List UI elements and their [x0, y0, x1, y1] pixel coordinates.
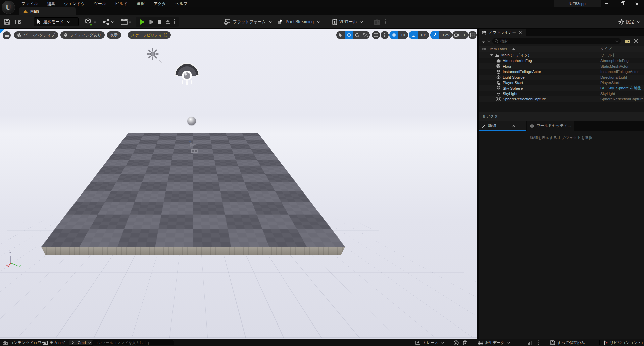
world-local-toggle[interactable] [372, 31, 380, 39]
stop-icon[interactable] [157, 20, 162, 24]
chevron-down-icon [637, 20, 640, 23]
grid-snap-toggle[interactable]: 10 [389, 31, 408, 39]
revision-control-dropdown[interactable]: リビジョンコントロール [603, 339, 644, 346]
move-tool-button[interactable] [345, 31, 353, 39]
close-window-button[interactable] [630, 0, 644, 7]
content-drawer-button[interactable]: コンテンツドロワー [3, 339, 45, 346]
create-folder-button[interactable] [625, 39, 630, 43]
column-divider[interactable] [599, 46, 599, 52]
grid-snap-value[interactable]: 10 [398, 33, 408, 37]
menu-select[interactable]: 選択 [137, 1, 145, 7]
cinematics-button[interactable] [121, 15, 131, 29]
play-options-icon[interactable] [174, 19, 175, 24]
outliner-row-skylight[interactable]: SkyLight SkyLight [479, 91, 644, 96]
menu-edit[interactable]: 編集 [47, 1, 55, 7]
perspective-dropdown[interactable]: パースペクティブ [14, 31, 58, 39]
save-button[interactable] [4, 15, 10, 29]
viewport-menu-button[interactable] [3, 31, 11, 39]
derived-data-dropdown[interactable]: 派生データ [478, 339, 510, 346]
sphere-reflection-capture-gizmo[interactable] [187, 117, 196, 125]
outliner-row-instanced-foliage[interactable]: InstancedFoliageActor InstancedFoliageAc… [479, 69, 644, 74]
snapshot-icon[interactable] [463, 339, 467, 346]
settings-dropdown[interactable]: 設定 [618, 15, 639, 29]
save-all-button[interactable]: すべて保存済み [550, 339, 585, 346]
menu-window[interactable]: ウィンドウ [64, 1, 85, 7]
visibility-eye-icon[interactable] [482, 47, 487, 51]
pixel-streaming-dropdown[interactable]: Pixel Streaming [278, 15, 319, 29]
scale-tool-button[interactable] [361, 31, 370, 39]
insights-status-icon[interactable] [454, 339, 459, 346]
restore-button[interactable] [615, 0, 629, 7]
vp-role-dropdown[interactable]: VPロール [332, 15, 363, 29]
outliner-search-input[interactable] [500, 39, 613, 43]
show-flags-dropdown[interactable]: 表示 [107, 31, 121, 39]
surface-snapping-button[interactable] [381, 31, 389, 39]
editor-mode-dropdown[interactable]: 選択モード [34, 17, 79, 26]
column-item-label[interactable]: Item Label [490, 47, 507, 51]
rotate-tool-button[interactable] [353, 31, 361, 39]
close-tab-icon[interactable] [512, 124, 515, 127]
media-capture-button[interactable] [373, 15, 381, 29]
level-viewport[interactable]: Z X Y パースペクティブ ライティングあり 表示 スケーラビリティ:低 [0, 29, 477, 339]
close-tab-icon[interactable] [519, 31, 522, 34]
outliner-row-player-start[interactable]: Player Start PlayerStart [479, 80, 644, 85]
toolbar-more-options[interactable] [385, 15, 386, 29]
outliner-row-light-source[interactable]: Light Source DirectionalLight [479, 75, 644, 80]
content-browser-button[interactable] [15, 15, 22, 29]
outliner-row-world[interactable]: Main (エディタ) ワールド [479, 52, 644, 58]
console-type-dropdown[interactable]: Cmd [69, 340, 93, 346]
platforms-dropdown[interactable]: プラットフォーム [224, 15, 271, 29]
play-icon[interactable] [139, 19, 145, 25]
outliner-search-box[interactable] [492, 38, 621, 44]
toolbar-separator [29, 18, 29, 26]
player-start-gizmo[interactable] [185, 141, 200, 155]
menu-build[interactable]: ビルド [115, 1, 128, 7]
tab-details[interactable]: 詳細 [479, 121, 526, 131]
add-actor-button[interactable] [85, 15, 96, 29]
minimize-button[interactable] [599, 0, 613, 7]
camera-speed-button[interactable]: 1 [452, 31, 468, 39]
search-icon [495, 39, 498, 43]
scale-snap-toggle[interactable]: 0.25 [430, 31, 452, 39]
rotation-snap-toggle[interactable]: 10° [409, 31, 429, 39]
outliner-row-sky-sphere[interactable]: Sky Sphere BP_Sky_Sphere を編集 [479, 85, 644, 91]
output-log-button[interactable]: 出力ログ [43, 339, 65, 346]
console-command-input[interactable] [92, 340, 174, 345]
status-bar: コンテンツドロワー 出力ログ Cmd トレース [0, 339, 644, 346]
details-empty-hint: 詳細を表示するオブジェクトを選択 [479, 135, 644, 140]
blueprints-button[interactable] [103, 15, 113, 29]
network-status-icon[interactable] [528, 339, 532, 346]
scale-snap-value[interactable]: 0.25 [439, 33, 452, 37]
directional-light-gizmo[interactable] [146, 47, 163, 65]
menu-tools[interactable]: ツール [94, 1, 106, 7]
play-controls [136, 17, 179, 27]
menu-file[interactable]: ファイル [21, 1, 38, 7]
outliner-row-sphere-reflection-capture[interactable]: SphereReflectionCapture SphereReflection… [479, 96, 644, 102]
outliner-tab-label: アウトライナー [489, 30, 516, 35]
level-tab-main[interactable]: Main [19, 7, 76, 15]
tab-outliner[interactable]: アウトライナー [479, 29, 526, 36]
unreal-logo-icon[interactable]: U [2, 1, 15, 14]
edit-bp-sky-sphere-link[interactable]: BP_Sky_Sphere を編集 [600, 86, 641, 90]
frame-skip-icon[interactable] [148, 19, 154, 25]
viewport-layout-button[interactable] [468, 31, 477, 39]
outliner-row-atmospheric-fog[interactable]: Atmospheric Fog AtmosphericFog [479, 58, 644, 63]
trace-dropdown[interactable]: トレース [415, 339, 444, 346]
outliner-icon [482, 31, 486, 35]
scalability-warning-pill[interactable]: スケーラビリティ:低 [128, 31, 171, 39]
camera-speed-value[interactable]: 1 [461, 33, 468, 37]
menu-actor[interactable]: アクタ [154, 1, 166, 7]
outliner-row-floor[interactable]: Floor StaticMeshActor [479, 63, 644, 69]
menu-help[interactable]: ヘルプ [175, 1, 188, 7]
view-mode-dropdown[interactable]: ライティングあり [60, 31, 105, 39]
expander-icon[interactable] [490, 54, 493, 56]
rotation-snap-value[interactable]: 10° [418, 33, 429, 37]
select-tool-button[interactable] [336, 31, 345, 39]
outliner-settings-button[interactable] [634, 39, 638, 43]
statusbar-more-options[interactable] [538, 339, 539, 346]
tab-world-settings[interactable]: ワールドセッティ... [527, 121, 574, 131]
column-type[interactable]: タイプ [600, 46, 612, 51]
eject-icon[interactable] [165, 19, 170, 24]
sky-sphere-gizmo[interactable] [172, 59, 202, 85]
outliner-filter-button[interactable] [481, 39, 490, 43]
